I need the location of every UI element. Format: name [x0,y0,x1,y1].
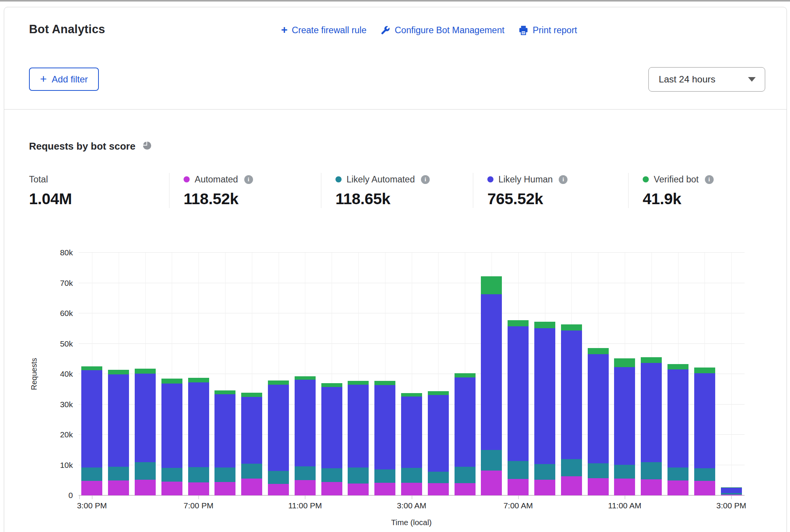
bar-segment-automated [268,484,289,495]
stacked-bar-4:00 AM[interactable] [428,391,449,495]
bar-segment-verified-bot [161,379,182,384]
bot-analytics-card: Bot Analytics + Create firewall rule Con… [4,7,787,532]
create-firewall-rule-link[interactable]: + Create firewall rule [281,25,367,36]
stat-verified-bot: Verified bot i 41.9k [628,173,766,208]
stacked-bar-8:00 AM[interactable] [534,322,555,495]
info-icon[interactable]: i [705,175,714,184]
bar-slot [718,253,745,495]
info-icon[interactable]: i [421,175,430,184]
bar-segment-likely-human [455,377,476,467]
bar-segment-verified-bot [455,373,476,377]
stacked-bar-3:00 PM[interactable] [81,366,102,495]
stats-row: Total 1.04M Automated i 118.52k Likely A… [29,173,766,208]
info-icon[interactable]: i [244,175,253,184]
time-range-select[interactable]: Last 24 hours [648,67,765,92]
stacked-bar-4:00 PM[interactable] [108,370,129,495]
add-filter-button[interactable]: + Add filter [29,68,99,91]
likely-human-legend-dot [487,176,493,182]
bar-segment-automated [348,484,369,495]
bar-segment-automated [401,483,422,495]
stacked-bar-1:00 PM[interactable] [667,364,688,495]
bar-segment-verified-bot [614,358,635,367]
stacked-bar-11:00 PM[interactable] [295,376,316,495]
stacked-bar-10:00 PM[interactable] [268,380,289,495]
stacked-bar-7:00 AM[interactable] [508,320,529,495]
bar-segment-likely-human [481,294,502,450]
stacked-bar-10:00 AM[interactable] [588,348,609,495]
x-tick-label: 7:00 AM [503,501,533,510]
stacked-bar-8:00 PM[interactable] [214,390,235,495]
stacked-bar-5:00 PM[interactable] [135,369,156,495]
print-report-label: Print report [533,25,577,35]
bar-segment-verified-bot [694,368,715,374]
bar-segment-likely-automated [295,466,316,480]
bar-slot [212,253,239,495]
bar-slot [478,253,505,495]
bar-slot [691,253,718,495]
stat-likely-automated-label: Likely Automated [347,174,415,185]
stacked-bar-12:00 PM[interactable] [641,357,662,495]
bar-segment-verified-bot [641,357,662,363]
bar-slot [105,253,132,495]
x-tick [198,496,199,499]
header-actions: + Create firewall rule Configure Bot Man… [281,25,577,36]
bar-segment-automated [641,479,662,495]
bar-slot [372,253,398,495]
stacked-bar-1:00 AM[interactable] [348,381,369,495]
bar-segment-automated [241,479,262,495]
bar-segment-likely-human [614,367,635,465]
bar-segment-likely-automated [428,472,449,483]
bar-segment-likely-human [321,387,342,468]
bar-slot [611,253,638,495]
stacked-bar-3:00 AM[interactable] [401,393,422,495]
bar-segment-verified-bot [534,322,555,328]
bar-segment-likely-human [428,395,449,472]
configure-bot-management-link[interactable]: Configure Bot Management [380,25,504,35]
y-tick-label: 40k [60,369,73,379]
bar-segment-automated [374,483,395,495]
bar-segment-likely-human [534,328,555,464]
bar-segment-likely-human [81,370,102,468]
bar-segment-automated [81,481,102,495]
bar-slot [532,253,558,495]
y-tick-label: 30k [60,400,73,409]
bar-slot [185,253,212,495]
bar-slot [638,253,665,495]
stacked-bar-2:00 PM[interactable] [694,368,715,495]
section-title: Requests by bot score [29,140,135,152]
bar-slot [398,253,425,495]
stacked-bar-9:00 AM[interactable] [561,324,582,495]
bar-segment-likely-automated [214,468,235,482]
x-tick [625,496,625,499]
print-report-link[interactable]: Print report [518,25,577,35]
stat-likely-human-value: 765.52k [487,190,628,208]
bar-slot [239,253,265,495]
stacked-bar-3:00 PM[interactable] [721,487,742,495]
stacked-bar-5:00 AM[interactable] [455,373,476,495]
page-top-edge [0,0,790,2]
bar-slot [79,253,105,495]
bar-segment-automated [481,471,502,495]
stacked-bar-12:00 AM[interactable] [321,383,342,495]
stacked-bar-2:00 AM[interactable] [374,381,395,495]
stacked-bar-7:00 PM[interactable] [188,378,209,495]
bar-segment-likely-automated [641,462,662,479]
bar-segment-likely-automated [694,468,715,481]
x-tick-label: 7:00 PM [184,501,213,510]
bar-segment-verified-bot [81,366,102,370]
bar-segment-verified-bot [428,391,449,395]
stacked-bar-9:00 PM[interactable] [241,393,262,495]
y-axis-title: Requests [30,358,39,390]
stat-automated: Automated i 118.52k [169,173,321,208]
automated-legend-dot [184,176,190,182]
bar-segment-likely-automated [614,465,635,479]
add-filter-label: Add filter [52,74,88,85]
stat-likely-human: Likely Human i 765.52k [473,173,628,208]
stacked-bar-11:00 AM[interactable] [614,358,635,495]
info-icon[interactable]: i [559,175,568,184]
stacked-bar-6:00 AM[interactable] [481,276,502,495]
stacked-bar-6:00 PM[interactable] [161,379,182,495]
x-axis-origin-tick [79,496,80,499]
bar-slot [345,253,372,495]
stat-automated-label: Automated [195,174,238,185]
